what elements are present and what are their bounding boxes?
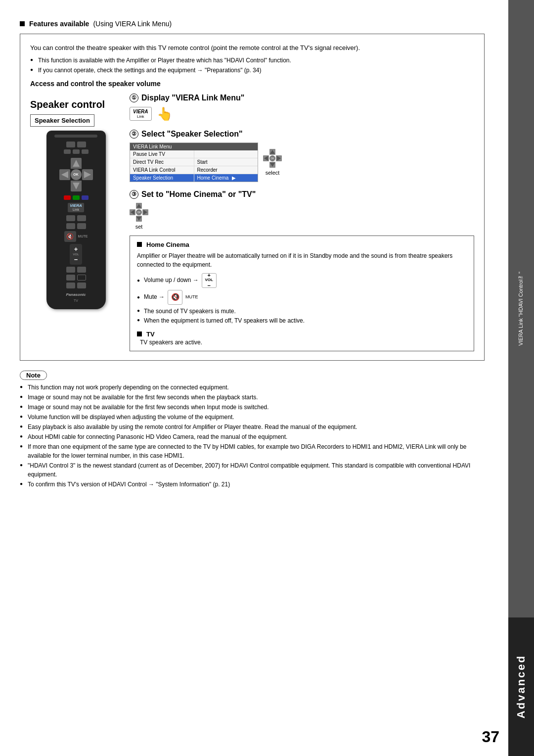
dpad-empty-tl (59, 158, 70, 169)
mini3-dpad-br (142, 216, 148, 222)
vol-minus: − (74, 256, 78, 263)
mini3-dpad-right (142, 209, 148, 215)
viera-menu-row-0: Pause Live TV (130, 150, 258, 158)
dpad-left (59, 169, 70, 180)
note-bullet-0: This function may not work properly depe… (20, 383, 485, 392)
menu-cell-1-1: Start (194, 158, 258, 166)
remote-extra-buttons-2 (66, 223, 86, 229)
step2-select-area: OK (263, 149, 282, 176)
remote-tv-label: TV (74, 299, 78, 302)
vol-bullet-text: Volume up / down → (144, 276, 199, 285)
step3-header: ③ Set to "Home Cinema" or "TV" (130, 190, 474, 199)
remote-btn-ex1 (66, 215, 75, 221)
viera-link-button-icon: VIERA Link (130, 107, 152, 121)
remote-bottom-btns-3 (66, 283, 86, 288)
mini3-dpad-ok: OK (136, 209, 142, 215)
svg-marker-6 (277, 156, 281, 161)
svg-marker-10 (143, 210, 147, 215)
step1-num: ① (130, 94, 138, 102)
sidebar-viera-text: VIERA Link "HDAVI Control™" (517, 272, 525, 346)
hc-mute-bullet: Mute → 🔇 MUTE (137, 290, 467, 305)
note-bullet-1: Image or sound may not be available for … (20, 393, 485, 402)
menu-cell-2-0: VIERA Link Control (130, 166, 194, 174)
step1-header: ① Display "VIERA Link Menu" (130, 94, 474, 102)
home-cinema-text: Amplifier or Player theatre will be auto… (137, 251, 467, 269)
mute-icon: 🔇 (168, 290, 182, 305)
svg-marker-4 (270, 150, 275, 154)
step2-num: ② (130, 130, 138, 139)
viera-icon-text: VIERA (133, 109, 148, 114)
viera-link-remote-btn: VIERA Link (68, 203, 84, 212)
dpad-empty-tr (82, 158, 93, 169)
tv-text: TV speakers are active. (137, 339, 467, 346)
mini-dpad-left (263, 155, 269, 161)
sidebar-bottom: Advanced (508, 617, 534, 756)
remote-green-btn (73, 195, 80, 200)
menu-cell-3-1: Home Cinema ▶ (194, 174, 258, 182)
step2-header: ② Select "Speaker Selection" (130, 130, 474, 139)
remote-extra-buttons (66, 215, 86, 221)
menu-cell-0-1 (194, 150, 258, 158)
tv-square-icon (137, 331, 142, 336)
step3-content: OK (130, 203, 474, 230)
tv-title: TV (137, 331, 467, 338)
tv-title-text: TV (146, 331, 155, 338)
hc-bullet-3: The sound of TV speakers is mute. (137, 307, 467, 316)
features-subtitle: (Using VIERA Link Menu) (93, 20, 172, 28)
viera-link-label: Link (73, 208, 79, 211)
remote-top-bar (54, 135, 97, 138)
intro-bullet-1: This function is available with the Ampl… (30, 56, 474, 65)
menu-cell-0-0: Pause Live TV (130, 150, 194, 158)
main-box: You can control the theatre speaker with… (20, 34, 485, 361)
mute-bullet-text: Mute → (144, 292, 165, 302)
remote-btn-ex3 (66, 223, 75, 229)
dpad-empty-br (82, 181, 93, 191)
mute-label: MUTE (78, 235, 88, 238)
mini3-dpad-tl (130, 203, 135, 209)
svg-marker-5 (264, 156, 268, 161)
select-label: select (266, 170, 280, 176)
note-bullet-8: To confirm this TV's version of HDAVI Co… (20, 480, 485, 489)
svg-marker-2 (84, 171, 91, 178)
remote-btn-1 (66, 142, 75, 147)
arrow-icon: ▶ (232, 175, 236, 181)
step1-content: VIERA Link 👆 (130, 106, 474, 122)
step3-label: Set to "Home Cinema" or "TV" (141, 190, 256, 199)
remote-btn-ex4 (77, 223, 86, 229)
remote-btn-b3 (66, 275, 75, 281)
page: VIERA Link "HDAVI Control™" Advanced Fea… (0, 0, 534, 756)
viera-menu-row-1: Direct TV Rec Start (130, 158, 258, 166)
mini-dpad-ok: OK (269, 155, 275, 161)
note-box: Note (20, 371, 47, 380)
mini3-dpad-bl (130, 216, 135, 222)
step3-set-area: OK (130, 203, 148, 230)
note-bullet-3: Volume function will be displayed when a… (20, 413, 485, 422)
svg-marker-9 (131, 210, 134, 215)
dpad-up (71, 158, 82, 169)
svg-marker-11 (136, 217, 141, 221)
menu-cell-3-0: Speaker Selection (130, 174, 194, 182)
set-label: set (135, 224, 143, 230)
step-2: ② Select "Speaker Selection" VIERA Link … (130, 130, 474, 182)
viera-menu-row-2: VIERA Link Control Recorder (130, 166, 258, 174)
access-control-title: Access and control the speaker volume (30, 80, 474, 88)
remote-control: OK (46, 131, 106, 309)
dpad-ok: OK (71, 169, 82, 180)
hand-pointing-icon: 👆 (157, 106, 173, 122)
mini3-dpad-tr (142, 203, 148, 209)
mini-dpad-br (276, 162, 282, 168)
viera-icon-link: Link (137, 114, 144, 119)
remote-btn-b6 (77, 283, 86, 288)
sidebar-top: VIERA Link "HDAVI Control™" (508, 0, 534, 617)
home-cinema-title: Home Cinema (137, 241, 467, 248)
note-bullet-6: If more than one equipment of the same t… (20, 442, 485, 460)
mute-icon-label: MUTE (185, 293, 198, 300)
remote-btn-b5 (66, 283, 75, 288)
speaker-control-label: Speaker control (30, 98, 122, 110)
main-content: Features available (Using VIERA Link Men… (10, 15, 494, 495)
remote-dpad: OK (59, 158, 93, 191)
svg-marker-7 (270, 163, 275, 167)
dpad-right (82, 169, 93, 180)
mini3-dpad-left (130, 209, 135, 215)
svg-marker-8 (136, 204, 141, 208)
